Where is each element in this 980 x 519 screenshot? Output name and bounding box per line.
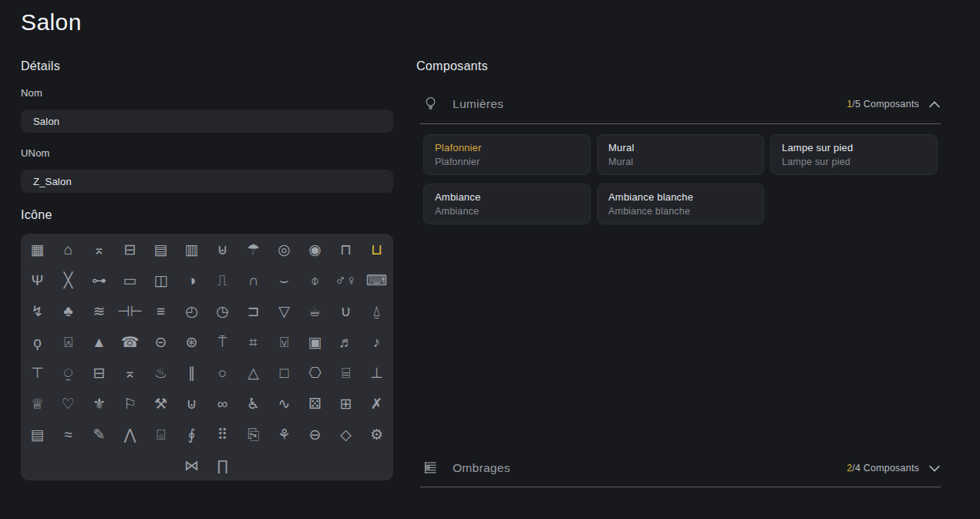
sideboard-icon[interactable]: ⌺: [146, 419, 177, 450]
cutlery-icon[interactable]: Ψ: [22, 265, 53, 295]
drum-icon[interactable]: ⊖: [300, 419, 331, 450]
music-notes-icon[interactable]: ♬: [331, 326, 362, 357]
square-icon[interactable]: □: [269, 357, 300, 388]
gear-icon[interactable]: ⚙: [362, 419, 392, 450]
chair-icon[interactable]: ⎍: [207, 265, 238, 295]
playlist-icon[interactable]: ♪: [362, 326, 392, 357]
briefcase-icon[interactable]: ▣: [300, 326, 331, 357]
projector-screen-icon[interactable]: ⊤: [22, 357, 53, 388]
hexagon-icon[interactable]: ⎔: [300, 357, 331, 388]
component-card[interactable]: Ambiance Ambiance: [423, 184, 591, 224]
mountains-icon[interactable]: ⋀: [115, 419, 146, 450]
swimmer-icon[interactable]: ≈: [53, 419, 84, 450]
key-icon[interactable]: ⊶: [84, 265, 115, 295]
arch-icon[interactable]: ∏: [207, 450, 238, 480]
guitar-icon[interactable]: ∮: [177, 419, 207, 450]
group-header-lumieres[interactable]: Lumières 1/5 Composants: [416, 93, 942, 116]
popcorn-icon[interactable]: ⍌: [269, 326, 300, 357]
chef-hat-icon[interactable]: ♕: [22, 388, 53, 419]
clock-icon[interactable]: ◷: [207, 295, 238, 326]
tshirt-icon[interactable]: ⊥: [362, 357, 392, 388]
pulse-icon[interactable]: ∿: [269, 388, 300, 419]
dome-lamp-icon[interactable]: ⍜: [53, 357, 84, 388]
component-card[interactable]: Ambiance blanche Ambiance blanche: [597, 184, 764, 224]
component-card[interactable]: Lampe sur pied Lampe sur pied: [770, 134, 938, 175]
espresso-cup-icon[interactable]: ∪: [331, 295, 362, 326]
dryer-icon[interactable]: ◉: [300, 234, 331, 265]
folders-icon[interactable]: ⎘: [238, 419, 269, 450]
crossed-cutlery-icon[interactable]: ╳: [53, 265, 84, 295]
wrench-icon[interactable]: ⚒: [146, 388, 177, 419]
grid-icon[interactable]: ▦: [22, 234, 53, 265]
restroom-icon[interactable]: ♂♀: [331, 265, 362, 295]
tv-icon[interactable]: ◫: [146, 265, 177, 295]
pool-icon[interactable]: ≋: [84, 295, 115, 326]
ev-charger-icon[interactable]: ↯: [22, 295, 53, 326]
bicycle-icon[interactable]: ∞: [207, 388, 238, 419]
film-icon[interactable]: ⌗: [238, 326, 269, 357]
coffee-pot-icon[interactable]: ☕: [300, 295, 331, 326]
alarm-clock-icon[interactable]: ◴: [177, 295, 207, 326]
stroller-icon[interactable]: ♿: [238, 388, 269, 419]
shield-icon[interactable]: ◑: [177, 265, 207, 295]
joystick-icon[interactable]: ⍑: [207, 326, 238, 357]
beer-mug-icon[interactable]: ⊐: [238, 295, 269, 326]
shower-icon[interactable]: ☂: [238, 234, 269, 265]
storage-box-icon[interactable]: ⊞: [331, 388, 362, 419]
basket-icon[interactable]: ⊍: [177, 388, 207, 419]
heart-icon[interactable]: ♡: [53, 388, 84, 419]
flag-icon[interactable]: ⚐: [115, 388, 146, 419]
sink-icon[interactable]: ⌣: [269, 265, 300, 295]
toilet-paper-icon[interactable]: ⌽: [300, 265, 331, 295]
bricks-icon[interactable]: ▤: [22, 419, 53, 450]
fireplace-icon[interactable]: ∩: [238, 265, 269, 295]
unom-input[interactable]: [21, 170, 393, 193]
books-icon[interactable]: ∥: [177, 357, 207, 388]
icon-glyph: ⍑: [218, 335, 227, 349]
car-icon[interactable]: ⊟: [84, 357, 115, 388]
tree-icon[interactable]: ♣: [53, 295, 84, 326]
double-bed-icon[interactable]: ▤: [146, 234, 177, 265]
dice-icon[interactable]: ⚄: [300, 388, 331, 419]
dumbbell-icon[interactable]: ⊣⊢: [115, 295, 146, 326]
cube-icon[interactable]: ◇: [331, 419, 362, 450]
table-lamp-icon[interactable]: ⍓: [53, 326, 84, 357]
bunk-bed-icon[interactable]: ▥: [177, 234, 207, 265]
christmas-tree-icon[interactable]: ▲: [84, 326, 115, 357]
washing-machine-icon[interactable]: ◎: [269, 234, 300, 265]
bed-icon[interactable]: ⊟: [115, 234, 146, 265]
blender-icon[interactable]: ⍙: [362, 295, 392, 326]
tools-icon[interactable]: ✗: [362, 388, 392, 419]
circle-icon[interactable]: ○: [207, 357, 238, 388]
heater-icon[interactable]: ♨: [146, 357, 177, 388]
armchair-icon[interactable]: ⊓: [331, 234, 362, 265]
server-icon[interactable]: ≡: [146, 295, 177, 326]
pencil-icon[interactable]: ✎: [84, 419, 115, 450]
garage-car-icon[interactable]: ⌅: [115, 357, 146, 388]
nom-input[interactable]: [21, 110, 393, 133]
bone-icon[interactable]: ⋈: [177, 450, 207, 480]
monitor-icon[interactable]: ▭: [115, 265, 146, 295]
group-header-ombrages[interactable]: Ombrages 2/4 Composants: [416, 457, 942, 480]
piano-icon[interactable]: ⌨: [362, 265, 392, 295]
garage-icon[interactable]: ⌅: [84, 234, 115, 265]
bathtub-icon[interactable]: ⊎: [207, 234, 238, 265]
gamepad-icon[interactable]: ⊛: [177, 326, 207, 357]
count-suffix: /4 Composants: [852, 463, 919, 474]
lotus-icon[interactable]: ⚜: [84, 388, 115, 419]
dots-grid-icon[interactable]: ⠿: [207, 419, 238, 450]
coffee-cup-icon[interactable]: ▽: [269, 295, 300, 326]
component-card[interactable]: Plafonnier Plafonnier: [423, 134, 591, 175]
lumieres-components-list: Plafonnier Plafonnier Mural Mural Lampe …: [423, 134, 938, 224]
chevron-down-icon[interactable]: [928, 464, 941, 473]
home-icon[interactable]: ⌂: [53, 234, 84, 265]
retro-controller-icon[interactable]: ⊝: [146, 326, 177, 357]
component-card[interactable]: Mural Mural: [597, 134, 764, 175]
triangle-icon[interactable]: △: [238, 357, 269, 388]
phone-icon[interactable]: ☎: [115, 326, 146, 357]
sofa-icon[interactable]: ⊔: [362, 234, 392, 265]
lightbulb-icon[interactable]: ϙ: [22, 326, 53, 357]
flower-icon[interactable]: ⚘: [269, 419, 300, 450]
drawer-icon[interactable]: ⌸: [331, 357, 362, 388]
chevron-up-icon[interactable]: [928, 100, 941, 109]
